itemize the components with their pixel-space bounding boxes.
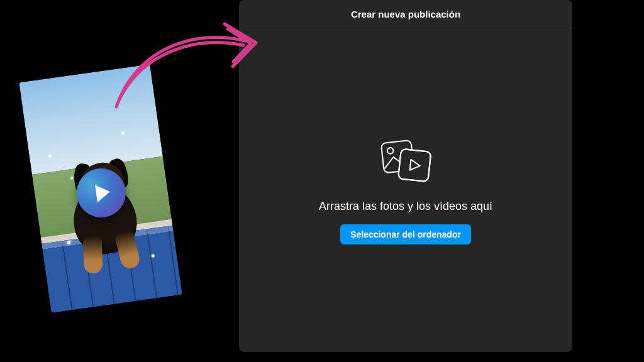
svg-rect-2	[398, 149, 431, 182]
media-placeholder-icon	[375, 136, 436, 189]
svg-point-1	[387, 148, 393, 154]
modal-title: Crear nueva publicación	[239, 0, 572, 28]
dropzone-hint: Arrastra las fotos y los vídeos aquí	[319, 200, 492, 213]
upload-dropzone[interactable]: Arrastra las fotos y los vídeos aquí Sel…	[239, 28, 572, 352]
video-thumbnail[interactable]	[19, 64, 182, 313]
create-post-modal: Crear nueva publicación Arrastra las fot…	[239, 0, 572, 352]
select-from-computer-button[interactable]: Seleccionar del ordenador	[340, 224, 471, 244]
